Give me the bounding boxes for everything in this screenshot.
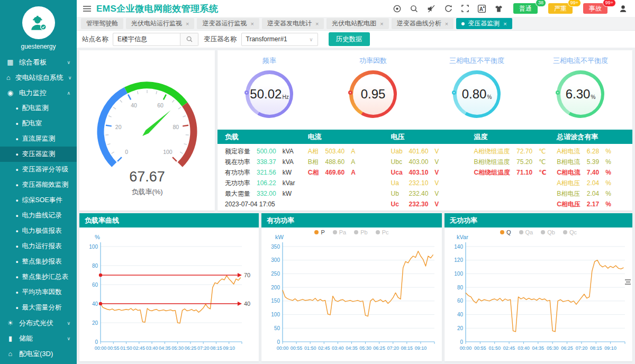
sidebar-subitem[interactable]: •综保SOE事件 [0, 193, 77, 208]
tab-逆变器运行监视[interactable]: 逆变器运行监视× [197, 18, 259, 29]
sidebar-subitem[interactable]: •平均功率因数 [0, 285, 77, 300]
metric-name: C相 [308, 167, 319, 178]
tab-逆变器曲线分析[interactable]: 逆变器曲线分析× [392, 18, 453, 29]
legend-dot-icon [376, 230, 380, 234]
svg-text:300: 300 [271, 257, 280, 263]
sidebar-item-room3d[interactable]: ⌂配电室(3D) [0, 346, 77, 361]
legend-item-Qc[interactable]: Qc [563, 229, 577, 235]
bullet-icon: • [16, 304, 18, 312]
svg-text:120: 120 [454, 257, 463, 263]
metric-name: C相电流 [557, 167, 580, 178]
fullscreen-icon[interactable] [461, 4, 469, 13]
legend-item-Pb[interactable]: Pb [354, 229, 367, 235]
metric-unit: kW [283, 167, 295, 178]
metric-value: 403.00 [409, 157, 429, 167]
svg-text:70: 70 [244, 272, 250, 278]
tab-label: 管理驾驶舱 [86, 19, 118, 28]
sidebar-subitem[interactable]: •配电监测 [0, 101, 77, 116]
sidebar-subitem[interactable]: •整点集抄报表 [0, 254, 77, 269]
bullet-icon: • [16, 197, 18, 204]
sidebar-subitem[interactable]: •电力曲线记录 [0, 208, 77, 223]
tab-label: 逆变器发电统计 [267, 19, 312, 28]
sidebar-item-label: 电力监控 [19, 88, 47, 98]
close-icon[interactable]: × [445, 21, 448, 27]
legend-label: Qb [547, 229, 555, 235]
sidebar-subitem[interactable]: •电力运行报表 [0, 239, 77, 254]
legend-item-Qb[interactable]: Qb [541, 229, 555, 235]
sidebar-subitem[interactable]: •变压器评分等级 [0, 162, 77, 177]
svg-text:00:55: 00:55 [107, 345, 120, 351]
alarm-button-普通[interactable]: 普通38 [513, 3, 538, 14]
sidebar-subitem[interactable]: •电力极值报表 [0, 223, 77, 239]
refresh-icon[interactable] [444, 4, 453, 13]
app-title: EMS企业微电网能效管理系统 [96, 3, 219, 15]
tab-逆变器发电统计[interactable]: 逆变器发电统计× [262, 18, 324, 29]
close-icon[interactable]: × [380, 21, 383, 27]
svg-text:06:25: 06:25 [373, 345, 385, 351]
kpi-ring: 50.02Hz [246, 70, 293, 118]
legend-dot-icon [519, 230, 523, 234]
svg-text:150: 150 [271, 298, 280, 304]
transformer-select[interactable]: Transformer#1 ∨ [241, 33, 318, 46]
theme-icon[interactable] [494, 4, 503, 13]
legend-item-Q[interactable]: Q [500, 229, 511, 235]
site-name-input[interactable] [113, 33, 180, 46]
chart-settings-icon[interactable] [625, 279, 631, 285]
close-icon[interactable]: × [503, 21, 506, 27]
sidebar-item-power-monitor[interactable]: ◉电力监控∧ [0, 85, 77, 101]
legend-item-Qa[interactable]: Qa [519, 229, 533, 235]
metric-value: 72.70 [516, 146, 532, 157]
search-button[interactable] [180, 33, 198, 46]
sidebar-item-battery[interactable]: ▮储能∨ [0, 331, 77, 346]
sidebar-item-label: 综合看板 [19, 58, 47, 67]
chart-legend: PPaPbPc [261, 229, 442, 235]
tab-光伏电站运行监视[interactable]: 光伏电站运行监视× [126, 18, 194, 29]
alarm-button-事故[interactable]: 事故99+ [583, 3, 607, 14]
user-avatar-icon[interactable] [619, 4, 628, 13]
menu-toggle-icon[interactable] [83, 5, 91, 12]
tab-管理驾驶舱[interactable]: 管理驾驶舱 [81, 18, 123, 29]
close-icon[interactable]: × [186, 21, 189, 27]
metric-name: A相绕组温度 [474, 146, 510, 157]
mute-icon[interactable] [427, 4, 436, 13]
table-header: 负载电流电压温度总谐波含有率 [217, 130, 632, 144]
metric-value: 232.40 [409, 188, 429, 199]
close-icon[interactable]: × [250, 21, 253, 27]
sidebar-item-substation[interactable]: ⌂变电站综自系统∨ [0, 70, 77, 85]
history-data-button[interactable]: 历史数据 [329, 32, 370, 46]
kpi-三相电压不平衡度: 三相电压不平衡度0.80% [425, 50, 529, 130]
sidebar-subitem[interactable]: •最大需量分析 [0, 300, 77, 315]
search-icon[interactable] [410, 4, 419, 13]
sidebar-item-solar[interactable]: ☀分布式光伏∨ [0, 315, 77, 331]
sidebar-subitem[interactable]: •直流屏监测 [0, 131, 77, 147]
sidebar-subitem[interactable]: •整点集抄汇总表 [0, 269, 77, 285]
metric-name: 有功功率 [225, 167, 250, 178]
metric-unit: % [605, 199, 611, 210]
svg-text:02:45: 02:45 [133, 345, 146, 351]
kpi-unit: % [591, 94, 595, 100]
tab-光伏电站配电图[interactable]: 光伏电站配电图× [326, 18, 388, 29]
bullet-icon: • [16, 289, 18, 296]
svg-text:200: 200 [271, 285, 280, 290]
close-icon[interactable]: × [315, 21, 319, 27]
metric-value: 7.40 [587, 167, 599, 178]
metric-name: C相绕组温度 [474, 167, 510, 178]
legend-item-Pc[interactable]: Pc [376, 229, 389, 235]
legend-item-P[interactable]: P [314, 229, 324, 235]
target-icon[interactable] [393, 4, 402, 13]
kpi-unit: % [487, 94, 492, 100]
metric-name: C相电压 [557, 199, 580, 210]
dashboard-content: 020406080100 67.67 负载率(%) 频率50.02Hz功率因数0… [77, 48, 635, 364]
table-column: A相绕组温度72.70℃B相绕组温度75.20℃C相绕组温度71.10℃ [466, 146, 549, 210]
sidebar-item-dashboard[interactable]: ▦综合看板∨ [0, 54, 77, 70]
svg-text:00:55: 00:55 [474, 345, 486, 351]
sidebar-subitem[interactable]: •变压器监测 [0, 147, 77, 162]
sidebar-subitem[interactable]: •配电室 [0, 116, 77, 131]
font-size-icon[interactable]: A [477, 4, 486, 13]
sidebar-subitem[interactable]: •变压器能效监测 [0, 177, 77, 193]
legend-item-Pa[interactable]: Pa [333, 229, 346, 235]
metric-value: 232.10 [409, 178, 429, 188]
metric-value: 500.00 [257, 146, 276, 157]
alarm-button-严重[interactable]: 严重99+ [548, 3, 573, 14]
tab-变压器监测[interactable]: 变压器监测× [456, 18, 512, 29]
